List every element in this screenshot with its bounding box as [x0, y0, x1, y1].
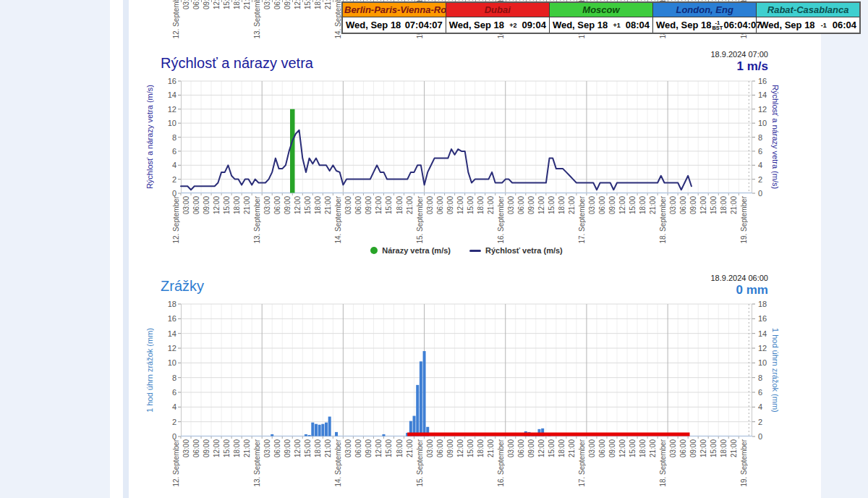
x-day-label: 15. September — [416, 196, 425, 246]
x-day-label: 18. September — [659, 439, 668, 489]
x-hour-label: 09:00 — [608, 439, 617, 460]
clock-cell-2: Wed, Sep 18+209:04 — [446, 17, 549, 34]
x-hour-label: 21:00 — [649, 196, 658, 216]
x-day-label: 12. September — [172, 439, 181, 489]
x-hour-label: 21:00 — [487, 196, 495, 216]
x-hour-label: 12:00 — [537, 196, 546, 216]
y-tick-label: 16 — [758, 314, 773, 323]
x-hour-label: 03:00 — [507, 196, 516, 216]
x-hour-label: 21:00 — [487, 439, 495, 460]
x-hour-label: 06:00 — [598, 196, 607, 216]
y-tick-label: 14 — [758, 90, 773, 99]
x-day-label: 13. September — [253, 196, 262, 246]
top-strip-day-label: 12. September — [172, 0, 181, 41]
x-hour-label: 18:00 — [314, 196, 323, 216]
bar-41 — [318, 425, 321, 436]
x-hour-label: 09:00 — [689, 196, 698, 216]
top-strip-tick — [282, 0, 283, 2]
speed-legend-label: Rýchlosť vetra (m/s) — [485, 246, 563, 255]
x-hour-label: 03:00 — [182, 439, 191, 460]
x-day-label: 19. September — [740, 196, 749, 246]
x-hour-label: 12:00 — [213, 439, 221, 460]
precip-chart-title: Zrážky — [161, 278, 204, 295]
wind-chart-plot[interactable] — [181, 81, 752, 193]
top-strip-hour-label: 06:00 — [192, 0, 201, 12]
observed-period-line — [407, 433, 689, 436]
x-hour-label: 09:00 — [608, 196, 617, 216]
clock-cell-3: Wed, Sep 18+108:04 — [549, 17, 652, 34]
y-tick-label: 12 — [162, 344, 176, 353]
legend-item-gusts: Nárazy vetra (m/s) — [370, 246, 451, 255]
precip-yaxis-title-right: 1 hod úhrn zrážok (mm) — [771, 304, 780, 436]
bar-60 — [382, 434, 385, 436]
top-strip-tick — [302, 0, 303, 2]
x-hour-label: 15:00 — [629, 196, 637, 216]
x-hour-label: 03:00 — [263, 439, 272, 460]
top-strip-hour-label: 15:00 — [304, 0, 312, 12]
precip-chart-plot[interactable] — [181, 304, 752, 436]
top-strip-hour-label: 06:00 — [273, 0, 282, 12]
speed-legend-line-icon — [469, 250, 481, 252]
top-strip-hour-label: 18:00 — [233, 0, 242, 12]
y-tick-label: 12 — [758, 344, 773, 353]
x-hour-label: 06:00 — [679, 439, 688, 460]
wind-chart-title: Rýchlosť a nárazy vetra — [161, 55, 313, 72]
bar-70 — [416, 385, 419, 436]
gusts-legend-label: Nárazy vetra (m/s) — [382, 246, 451, 255]
x-hour-label: 15:00 — [629, 439, 637, 460]
x-day-label: 12. September — [172, 196, 181, 246]
x-hour-label: 21:00 — [730, 196, 739, 216]
top-strip-tick — [242, 0, 242, 2]
bar-40 — [315, 424, 318, 436]
x-hour-label: 18:00 — [477, 196, 485, 216]
top-strip-day-label: 13. September — [253, 0, 262, 41]
x-day-label: 17. September — [578, 439, 587, 489]
x-hour-label: 12:00 — [294, 439, 302, 460]
world-clock-header-row: Berlin-Paris-Vienna-RomaDubaiMoscowLondo… — [342, 2, 860, 17]
x-hour-label: 21:00 — [649, 439, 658, 460]
y-tick-label: 12 — [758, 105, 773, 114]
y-tick-label: 6 — [162, 147, 176, 156]
x-hour-label: 09:00 — [284, 439, 292, 460]
x-hour-label: 06:00 — [436, 196, 445, 216]
wind-chart-legend: Nárazy vetra (m/s) Rýchlosť vetra (m/s) — [181, 246, 752, 255]
top-strip-hour-label: 09:00 — [284, 0, 292, 12]
bar-33 — [290, 109, 295, 193]
y-tick-label: 6 — [758, 147, 773, 156]
x-day-label: 15. September — [416, 439, 425, 489]
x-day-label: 13. September — [253, 439, 262, 489]
top-strip-hour-label: 03:00 — [182, 0, 191, 12]
x-hour-label: 06:00 — [273, 196, 282, 216]
top-strip-hour-label: 15:00 — [223, 0, 231, 12]
wind-current-time: 18.9.2024 07:00 — [587, 50, 768, 59]
x-hour-label: 15:00 — [385, 439, 393, 460]
x-hour-label: 06:00 — [679, 196, 688, 216]
x-hour-label: 06:00 — [436, 439, 445, 460]
y-tick-label: 10 — [162, 119, 176, 127]
y-tick-label: 6 — [758, 388, 773, 397]
x-hour-label: 03:00 — [507, 439, 516, 460]
world-clock-time-row: Wed, Sep 1807:04:07Wed, Sep 18+209:04Wed… — [342, 17, 860, 34]
y-tick-label: 8 — [758, 374, 773, 382]
x-hour-label: 06:00 — [273, 439, 282, 460]
x-hour-label: 12:00 — [375, 439, 383, 460]
y-tick-label: 2 — [758, 175, 773, 184]
x-hour-label: 21:00 — [568, 196, 576, 216]
x-hour-label: 09:00 — [365, 196, 373, 216]
y-tick-label: 14 — [162, 329, 176, 338]
bar-39 — [311, 423, 314, 436]
x-hour-label: 18:00 — [639, 196, 647, 216]
x-hour-label: 12:00 — [618, 439, 627, 460]
clock-cell-1: Wed, Sep 1807:04:07 — [342, 17, 446, 34]
x-day-label: 16. September — [497, 196, 506, 246]
top-strip-tick — [272, 0, 273, 2]
x-hour-label: 03:00 — [344, 439, 353, 460]
clock-cell-4: Wed, Sep 18-1BST06:04:07 — [653, 17, 757, 34]
bar-46 — [335, 432, 338, 436]
x-hour-label: 15:00 — [548, 439, 556, 460]
x-hour-label: 06:00 — [354, 439, 363, 460]
x-hour-label: 21:00 — [324, 196, 333, 216]
x-hour-label: 09:00 — [203, 196, 211, 216]
y-tick-label: 0 — [758, 189, 773, 198]
x-hour-label: 18:00 — [233, 196, 242, 216]
